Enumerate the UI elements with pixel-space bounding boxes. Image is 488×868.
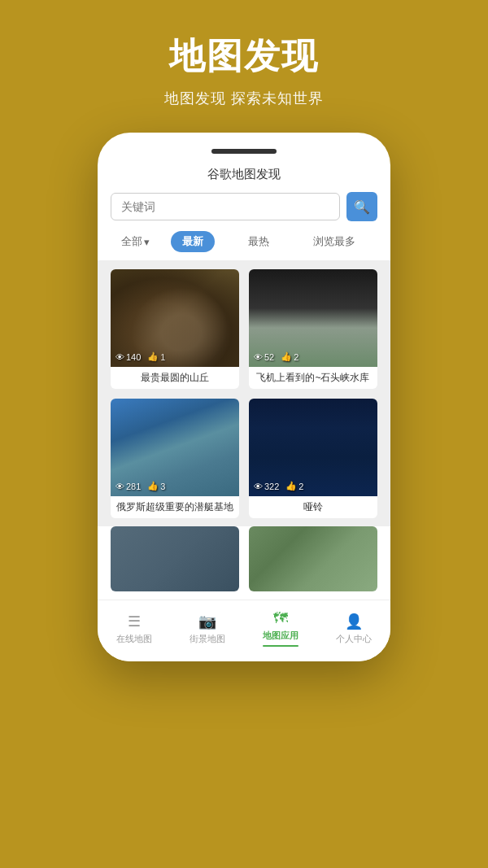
hero-section: 地图发现 地图发现 探索未知世界 (0, 0, 488, 133)
tab-hottest[interactable]: 最热 (237, 231, 281, 252)
partial-item-2[interactable] (249, 526, 377, 591)
nav-item-menu[interactable]: ☰ 在线地图 (110, 611, 159, 647)
content-grid: 👁 140 👍 1 最贵最圆的山丘 � (98, 261, 390, 526)
search-input[interactable] (111, 193, 340, 220)
image-stats-4: 👁 322 👍 2 (254, 481, 303, 491)
camera-icon: 📷 (198, 613, 216, 630)
filter-tabs: 全部 ▾ 最新 最热 浏览最多 (98, 231, 390, 261)
eye-icon: 👁 (254, 482, 263, 491)
grid-item-1[interactable]: 👁 140 👍 1 最贵最圆的山丘 (111, 269, 239, 389)
view-count-2: 👁 52 (254, 352, 274, 362)
view-count-1: 👁 140 (115, 352, 141, 362)
tab-newest[interactable]: 最新 (171, 231, 215, 252)
tab-all-label: 全部 (121, 234, 142, 249)
phone-header: 谷歌地图发现 (98, 167, 390, 182)
nav-label-profile: 个人中心 (336, 633, 372, 645)
grid-item-2-image: 👁 52 👍 2 (249, 269, 377, 367)
grid-item-3-image: 👁 281 👍 3 (111, 399, 239, 496)
like-icon: 👍 (281, 351, 292, 362)
search-bar: 🔍 (111, 192, 377, 221)
nav-item-profile[interactable]: 👤 个人中心 (329, 611, 378, 647)
partial-row (98, 526, 390, 598)
like-count-2: 👍 2 (281, 351, 298, 362)
like-count-3: 👍 3 (147, 481, 165, 491)
eye-icon: 👁 (115, 482, 124, 491)
satellite-image-3: 👁 281 👍 3 (111, 399, 239, 496)
hero-subtitle: 地图发现 探索未知世界 (164, 89, 324, 108)
like-icon: 👍 (285, 481, 297, 491)
satellite-image-5 (111, 526, 239, 591)
nav-label-online-map: 在线地图 (116, 633, 152, 645)
grid-item-4[interactable]: 👁 322 👍 2 哑铃 (249, 399, 377, 518)
grid-item-4-image: 👁 322 👍 2 (249, 399, 377, 496)
like-count-4: 👍 2 (285, 481, 303, 491)
search-icon: 🔍 (354, 199, 370, 215)
nav-item-map-app[interactable]: 🗺 地图应用 (256, 608, 305, 648)
image-stats-3: 👁 281 👍 3 (115, 481, 165, 491)
tab-most-viewed[interactable]: 浏览最多 (302, 231, 367, 252)
eye-icon: 👁 (254, 352, 263, 362)
person-icon: 👤 (345, 613, 363, 630)
phone-mockup: 谷歌地图发现 🔍 全部 ▾ 最新 最热 浏览最多 👁 140 (98, 133, 390, 661)
grid-item-2-label: 飞机上看到的~石头峡水库 (249, 367, 377, 389)
satellite-image-1: 👁 140 👍 1 (111, 269, 239, 367)
nav-item-street[interactable]: 📷 街景地图 (183, 611, 232, 647)
nav-label-map-app: 地图应用 (263, 630, 298, 642)
like-icon: 👍 (147, 481, 159, 491)
satellite-image-6 (249, 526, 377, 591)
menu-icon: ☰ (128, 613, 141, 630)
eye-icon: 👁 (115, 352, 124, 362)
hero-title: 地图发现 (169, 33, 319, 81)
view-count-4: 👁 322 (254, 482, 279, 491)
map-icon: 🗺 (273, 610, 288, 627)
grid-item-3-label: 俄罗斯超级重要的潜艇基地 (111, 496, 239, 518)
tab-all[interactable]: 全部 ▾ (121, 234, 150, 249)
search-button[interactable]: 🔍 (346, 192, 377, 221)
image-stats-2: 👁 52 👍 2 (254, 351, 298, 362)
phone-notch (211, 149, 277, 154)
image-stats-1: 👁 140 👍 1 (115, 351, 165, 362)
grid-item-1-label: 最贵最圆的山丘 (111, 367, 239, 389)
grid-item-3[interactable]: 👁 281 👍 3 俄罗斯超级重要的潜艇基地 (111, 399, 239, 518)
grid-item-2[interactable]: 👁 52 👍 2 飞机上看到的~石头峡水库 (249, 269, 377, 389)
satellite-image-4: 👁 322 👍 2 (249, 399, 377, 496)
chevron-down-icon: ▾ (144, 236, 150, 248)
partial-item-1[interactable] (111, 526, 239, 591)
grid-item-1-image: 👁 140 👍 1 (111, 269, 239, 367)
like-count-1: 👍 1 (147, 351, 165, 362)
active-indicator (263, 645, 298, 647)
like-icon: 👍 (147, 351, 159, 362)
view-count-3: 👁 281 (115, 482, 141, 491)
nav-label-street: 街景地图 (190, 633, 225, 645)
satellite-image-2: 👁 52 👍 2 (249, 269, 377, 367)
grid-item-4-label: 哑铃 (249, 496, 377, 518)
bottom-nav: ☰ 在线地图 📷 街景地图 🗺 地图应用 👤 个人中心 (98, 600, 390, 661)
